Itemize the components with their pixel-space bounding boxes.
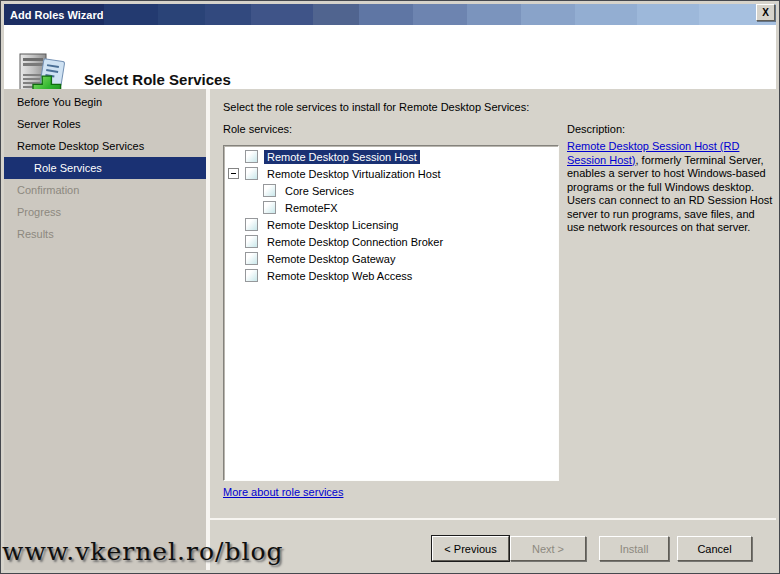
wizard-steps-list: Before You BeginServer RolesRemote Deskt… [4,91,206,245]
tree-row-remote-desktop-licensing: Remote Desktop Licensing [224,216,558,233]
wizard-steps-sidebar: Before You BeginServer RolesRemote Deskt… [4,89,206,570]
tree-item-label[interactable]: RemoteFX [282,201,341,215]
watermark-text: www.vkernel.ro/blog [2,537,284,566]
checkbox-remote-desktop-web-access[interactable] [245,269,258,282]
role-services-label: Role services: [223,123,292,135]
tree-row-core-services: Core Services [224,182,558,199]
tree-item-label[interactable]: Remote Desktop Gateway [264,252,398,266]
tree-row-remote-desktop-gateway: Remote Desktop Gateway [224,250,558,267]
tree-item-label[interactable]: Remote Desktop Licensing [264,218,401,232]
sidebar-item-before-you-begin[interactable]: Before You Begin [4,91,206,113]
wizard-header: Select Role Services [4,25,776,89]
more-about-role-services-link[interactable]: More about role services [223,486,343,498]
tree-item-label[interactable]: Remote Desktop Web Access [264,269,415,283]
sidebar-item-progress: Progress [4,201,206,223]
tree-row-remote-desktop-virtualization-host: Remote Desktop Virtualization Host [224,165,558,182]
previous-button[interactable]: < Previous [432,536,509,561]
description-body: Remote Desktop Session Host (RD Session … [567,140,775,235]
instruction-text: Select the role services to install for … [223,101,529,113]
checkbox-core-services[interactable] [263,184,276,197]
checkbox-remote-desktop-licensing[interactable] [245,218,258,231]
checkbox-remote-desktop-virtualization-host[interactable] [245,167,258,180]
close-icon[interactable]: X [756,4,775,21]
button-row: < PreviousNext >InstallCancel [210,520,776,570]
sidebar-item-remote-desktop-services[interactable]: Remote Desktop Services [4,135,206,157]
title-bar: Add Roles Wizard [4,4,776,25]
tree-row-remotefx: RemoteFX [224,199,558,216]
tree-row-remote-desktop-session-host: Remote Desktop Session Host [224,148,558,165]
checkbox-remote-desktop-session-host[interactable] [245,150,258,163]
more-link-text[interactable]: More about role services [223,486,343,498]
role-services-tree: Remote Desktop Session HostRemote Deskto… [223,145,559,481]
checkbox-remotefx[interactable] [263,201,276,214]
main-content: Select the role services to install for … [210,89,776,516]
sidebar-item-results: Results [4,223,206,245]
next-button: Next > [510,536,586,561]
tree-item-label[interactable]: Remote Desktop Virtualization Host [264,167,443,181]
checkbox-remote-desktop-connection-broker[interactable] [245,235,258,248]
tree-item-label[interactable]: Remote Desktop Session Host [264,150,420,164]
sidebar-item-confirmation: Confirmation [4,179,206,201]
page-title: Select Role Services [84,71,231,88]
checkbox-remote-desktop-gateway[interactable] [245,252,258,265]
wizard-window: Add Roles Wizard X [0,0,780,574]
install-button: Install [599,536,669,561]
expander-slot [228,168,245,179]
cancel-button[interactable]: Cancel [677,536,752,561]
sidebar-item-role-services[interactable]: Role Services [4,157,206,179]
description-heading: Description: [567,123,625,135]
tree-item-label[interactable]: Core Services [282,184,357,198]
collapse-minus-icon[interactable] [228,168,239,179]
sidebar-item-server-roles[interactable]: Server Roles [4,113,206,135]
tree-item-label[interactable]: Remote Desktop Connection Broker [264,235,446,249]
window-title: Add Roles Wizard [4,9,103,21]
tree-row-remote-desktop-connection-broker: Remote Desktop Connection Broker [224,233,558,250]
tree-row-remote-desktop-web-access: Remote Desktop Web Access [224,267,558,284]
